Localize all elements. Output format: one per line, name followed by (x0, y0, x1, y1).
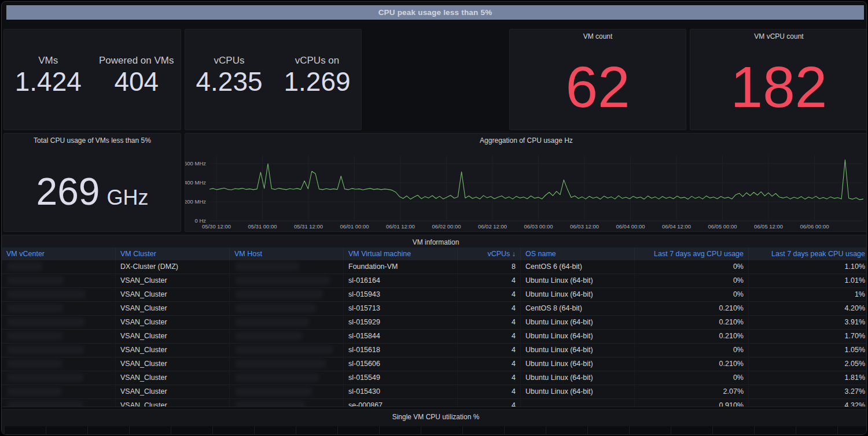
table-cell-vcenter (2, 260, 116, 274)
table-cell-peak: 2.05% (749, 357, 867, 371)
stat-total-cpu-unit: GHz (107, 186, 149, 210)
redacted-text (8, 318, 84, 326)
table-cell-peak: 1% (749, 288, 867, 301)
table-row: VSAN_Clustersl-0159294Ubuntu Linux (64-b… (2, 316, 867, 330)
panel-vm-information: VM information VM vCenterVM ClusterVM Ho… (2, 235, 867, 407)
redacted-text (8, 304, 63, 312)
table-cell-os: Ubuntu Linux (64-bit) (521, 371, 635, 385)
stat-vm-count-value: 62 (565, 58, 630, 116)
redacted-text (236, 276, 330, 284)
panel-single-vm-cpu: Single VM CPU utilization % (2, 409, 867, 435)
redacted-text (8, 374, 83, 382)
column-header-vm-vcenter[interactable]: VM vCenter (2, 247, 116, 260)
stat-vcpus-value: 4.235 (196, 68, 262, 95)
table-cell-vm: sl-015713 (344, 302, 458, 315)
svg-text:06/05 12:00: 06/05 12:00 (754, 223, 783, 230)
panel-vcpu-stats: vCPUs 4.235 vCPUs on 1.269 (185, 29, 362, 130)
table-cell-avg: 0.210% (635, 330, 749, 343)
panel-title-vm-vcpu-count[interactable]: VM vCPU count (690, 32, 867, 40)
table-cell-os: Ubuntu Linux (64-bit) (521, 385, 635, 398)
table-cell-vcpus: 4 (458, 371, 521, 385)
table-cell-vcpus: 4 (458, 316, 521, 329)
column-header-vm-virtual-machine[interactable]: VM Virtual machine (344, 247, 458, 260)
panel-vm-vcpu-count: VM vCPU count 182 (690, 29, 867, 130)
table-cell-vm: Foundation-VM (344, 260, 458, 274)
redacted-text (8, 401, 83, 407)
dashboard-window: CPU peak usage less than 5% VMs 1.424 Po… (0, 0, 868, 436)
table-cell-os: Ubuntu Linux (64-bit) (521, 330, 635, 343)
stat-vm-count: 62 (510, 43, 686, 130)
stat-vcpus-on-value: 1.269 (284, 68, 350, 95)
panel-title-vm-count[interactable]: VM count (510, 32, 686, 40)
redacted-text (8, 276, 64, 284)
table-cell-vm: sl-015943 (344, 288, 458, 301)
redacted-text (236, 346, 333, 354)
table-cell-vcpus: 4 (458, 343, 521, 357)
table-cell-peak: 1.81% (749, 371, 867, 385)
table-cell-cluster: VSAN_Cluster (116, 357, 230, 371)
table-cell-os: CentOS 8 (64-bit) (521, 302, 635, 315)
table-cell-cluster: VSAN_Cluster (116, 302, 230, 315)
stat-vcpus: vCPUs 4.235 (185, 55, 273, 104)
table-cell-vcenter (2, 330, 116, 343)
row-header-cpu-peak[interactable]: CPU peak usage less than 5% (6, 5, 864, 20)
table-cell-cluster: VSAN_Cluster (116, 371, 230, 385)
stat-total-cpu: 269 GHz (4, 145, 181, 231)
svg-text:06/02 00:00: 06/02 00:00 (432, 223, 461, 230)
svg-text:05/31 00:00: 05/31 00:00 (248, 223, 277, 230)
stat-vcpus-label: vCPUs (214, 55, 245, 66)
table-row: DX-Cluster (DMZ)Foundation-VM8CentOS 6 (… (2, 260, 867, 274)
table-cell-host (230, 330, 344, 343)
table-cell-cluster: VSAN_Cluster (116, 288, 230, 301)
column-header-vm-host[interactable]: VM Host (230, 247, 344, 260)
column-header-last-7-days-avg-cpu-usage[interactable]: Last 7 days avg CPU usage (635, 247, 749, 260)
redacted-text (236, 263, 299, 271)
redacted-text (8, 263, 42, 271)
stat-vm-vcpu-count-value: 182 (731, 58, 827, 116)
table-cell-vm: sl-015606 (344, 357, 458, 371)
table-cell-vm: sl-015929 (344, 316, 458, 329)
svg-text:06/03 00:00: 06/03 00:00 (524, 223, 553, 230)
stat-vms-value: 1.424 (15, 68, 82, 95)
table-cell-vcenter (2, 399, 116, 407)
table-cell-vm: sl-016164 (344, 274, 458, 287)
column-header-os-name[interactable]: OS name (521, 247, 635, 260)
panel-cpu-usage-chart: Aggregation of CPU usage Hz 05/30 12:000… (185, 133, 867, 232)
table-row: VSAN_Clustersl-0155494Ubuntu Linux (64-b… (2, 371, 867, 385)
column-header-vm-cluster[interactable]: VM Cluster (116, 247, 230, 260)
svg-text:06/05 00:00: 06/05 00:00 (708, 223, 737, 230)
table-cell-host (230, 399, 344, 407)
table-cell-avg: 0.910% (635, 399, 749, 407)
table-cell-peak: 3.27% (749, 385, 867, 398)
svg-text:06/04 12:00: 06/04 12:00 (662, 223, 691, 230)
redacted-text (236, 387, 312, 396)
panel-vm-count: VM count 62 (509, 29, 686, 130)
cpu-usage-plot[interactable]: 05/30 12:0005/31 00:0005/31 12:0006/01 0… (185, 134, 867, 231)
column-header-last-7-days-peak-cpu-usage[interactable]: Last 7 days peak CPU usage (749, 247, 867, 260)
table-cell-vcenter (2, 302, 116, 315)
svg-text:05/30 12:00: 05/30 12:00 (202, 223, 231, 230)
table-row: VSAN_Clustersl-0156184Ubuntu Linux (64-b… (2, 343, 867, 357)
panel-title-total-cpu-usage[interactable]: Total CPU usage of VMs less than 5% (4, 136, 181, 145)
table-cell-host (230, 316, 344, 329)
table-cell-peak: 1.05% (749, 343, 867, 357)
table-cell-host (230, 385, 344, 398)
table-cell-avg: 0% (635, 343, 749, 357)
svg-text:600 MHz: 600 MHz (185, 160, 206, 167)
table-cell-vcenter (2, 357, 116, 371)
table-cell-cluster: VSAN_Cluster (116, 316, 230, 329)
table-cell-os: Ubuntu Linux (64-bit) (521, 274, 635, 287)
column-header-vcpus[interactable]: vCPUs ↓ (458, 247, 521, 260)
svg-text:06/01 00:00: 06/01 00:00 (340, 223, 369, 230)
panel-title-single-vm-cpu[interactable]: Single VM CPU utilization % (2, 413, 867, 421)
redacted-text (236, 401, 305, 407)
redacted-text (236, 332, 302, 340)
grafana-dashboard: CPU peak usage less than 5% VMs 1.424 Po… (1, 1, 867, 435)
panel-title-vm-information[interactable]: VM information (2, 238, 867, 246)
table-row: VSAN_Clusterse-00086740.910%4.32% (2, 399, 867, 407)
table-cell-vcenter (2, 274, 116, 287)
table-cell-vcenter (2, 316, 116, 329)
table-cell-host (230, 288, 344, 301)
redacted-text (8, 387, 61, 396)
table-cell-host (230, 371, 344, 385)
